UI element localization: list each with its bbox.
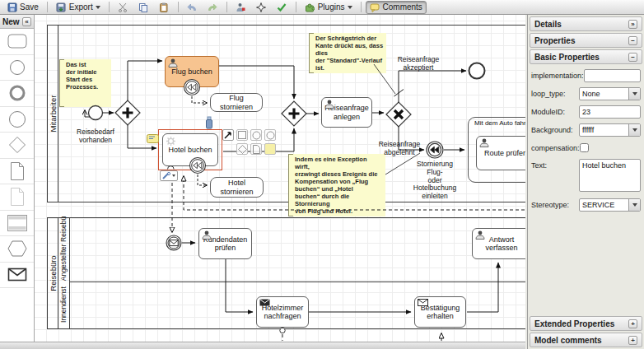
- person-edit-button[interactable]: [231, 1, 250, 14]
- undo-button[interactable]: [183, 1, 202, 14]
- palette-item-end-event[interactable]: [0, 81, 34, 107]
- panel-collapse-button[interactable]: »: [628, 20, 637, 29]
- task-kundendaten-pruefen[interactable]: Kundendaten prüfen: [198, 228, 252, 259]
- expand-icon[interactable]: +: [628, 319, 637, 328]
- task-flug-buchen[interactable]: Flug buchen: [165, 56, 219, 87]
- separator: [296, 2, 296, 12]
- field-label: implementation:: [531, 69, 584, 80]
- palette-item-data-object[interactable]: [0, 159, 34, 185]
- palette-item-intermediate-event[interactable]: [0, 107, 34, 133]
- collapse-icon[interactable]: −: [628, 36, 637, 45]
- loop-type-select[interactable]: None: [579, 87, 641, 100]
- palette-item-message[interactable]: [0, 263, 34, 289]
- comments-label: Comments: [383, 2, 422, 12]
- palette-item-task[interactable]: [0, 29, 34, 55]
- pool-reisebuero-label: Reisebüro: [49, 255, 58, 291]
- chevron-down-icon: [628, 199, 640, 211]
- palette-item-pool[interactable]: [0, 211, 34, 237]
- field-label: Stereotype:: [531, 198, 579, 209]
- note-start[interactable]: Das ist der initiale Start des Prozesses…: [59, 59, 111, 107]
- task-label: Hotel stornieren: [212, 179, 261, 196]
- section-basic-properties[interactable]: Basic Properties −: [530, 49, 642, 64]
- task-hotel-stornieren[interactable]: Hotel stornieren: [210, 177, 264, 198]
- task-hotelzimmer-nachfragen[interactable]: Hotelzimmer nachfragen: [256, 296, 309, 328]
- copy-button[interactable]: [134, 1, 153, 14]
- morph-note-icon[interactable]: [264, 143, 276, 155]
- diagram-canvas[interactable]: Mitarbeiter Reisebüro Angestellter Reise…: [35, 15, 525, 342]
- lane-divider: [70, 282, 525, 282]
- task-bestaetigung-erhalten[interactable]: Bestätigung erhalten: [414, 296, 466, 328]
- palette-item-hexagon[interactable]: [0, 236, 34, 263]
- stereotype-select[interactable]: SERVICE: [579, 198, 641, 212]
- morph-event-icon[interactable]: [250, 129, 262, 141]
- lane-innendienst-label: Innendienst: [59, 286, 68, 323]
- export-button[interactable]: Export: [52, 1, 105, 14]
- task-flug-stornieren[interactable]: Flug stornieren: [210, 93, 263, 112]
- implementation-input[interactable]: [584, 69, 641, 82]
- details-header: Details »: [530, 16, 642, 31]
- note-default-flow[interactable]: Der Schrägstrich der Kante drückt aus, d…: [309, 33, 386, 73]
- person-icon: [168, 58, 178, 69]
- chevron-down-icon: [628, 124, 640, 136]
- morph-task-icon[interactable]: [236, 129, 248, 141]
- task-reiseanfrage-anlegen[interactable]: Reiseanfrage anlegen: [321, 97, 372, 128]
- canvas-area[interactable]: Mitarbeiter Reisebüro Angestellter Reise…: [35, 15, 525, 342]
- section-model-comments[interactable]: Model comments +: [530, 333, 642, 347]
- morph-gateway-icon[interactable]: [236, 143, 248, 155]
- save-icon: [7, 2, 17, 12]
- details-panel: Details » Properties − Basic Properties …: [527, 15, 644, 349]
- palette-item-data-object-light[interactable]: [0, 184, 34, 211]
- palette-item-start-event[interactable]: [0, 55, 34, 81]
- export-label: Export: [69, 2, 93, 12]
- field-label: Background:: [531, 123, 579, 134]
- redo-button[interactable]: [203, 1, 222, 14]
- bpmn-editor: Save Export Plugins Comments: [0, 0, 644, 349]
- task-route-pruefen[interactable]: Route prüfen: [476, 136, 525, 170]
- comment-indicator-icon[interactable]: [147, 133, 159, 146]
- validate-button[interactable]: [273, 1, 292, 14]
- palette-header: New «: [0, 15, 34, 29]
- section-extended-properties[interactable]: Extended Properties +: [530, 316, 642, 331]
- plugins-button[interactable]: Plugins: [301, 1, 357, 14]
- separator: [361, 2, 362, 12]
- redo-icon: [208, 2, 218, 12]
- morph-end-event-icon[interactable]: [264, 129, 276, 141]
- cut-button[interactable]: [114, 1, 133, 14]
- background-select[interactable]: ffffff: [579, 123, 641, 137]
- comments-toggle-button[interactable]: Comments: [366, 1, 427, 14]
- person-edit-icon: [236, 2, 246, 12]
- comment-icon: [370, 2, 380, 12]
- horizontal-scrollbar[interactable]: [0, 342, 525, 349]
- module-id-input[interactable]: [579, 105, 641, 119]
- save-button[interactable]: Save: [2, 1, 43, 14]
- stereotype-value: SERVICE: [580, 201, 614, 209]
- crosshair-icon: [256, 2, 267, 12]
- field-label: compensation:: [531, 142, 580, 152]
- paste-button[interactable]: [155, 1, 174, 14]
- task-hotel-buchen[interactable]: Hotel buchen: [162, 133, 218, 166]
- label-abgelehnt: Reiseanfrage abgelehnt: [374, 141, 425, 157]
- section-properties[interactable]: Properties −: [530, 33, 642, 48]
- text-textarea[interactable]: Hotel buchen: [579, 159, 641, 192]
- note-compensation[interactable]: Indem es eine Exception wirft, erzwingt …: [288, 154, 385, 216]
- compensation-checkbox[interactable]: [580, 143, 589, 152]
- chevron-down-icon: [628, 88, 640, 100]
- connector-arrow-icon[interactable]: [222, 129, 234, 141]
- crosshair-button[interactable]: [252, 1, 271, 14]
- morph-data-object-icon[interactable]: [250, 143, 262, 155]
- task-label: Flug stornieren: [212, 94, 260, 111]
- wrench-dropdown-icon[interactable]: [160, 170, 178, 181]
- expand-icon[interactable]: +: [628, 336, 637, 345]
- palette-item-gateway[interactable]: [0, 133, 34, 159]
- section-label: Model comments: [534, 336, 602, 345]
- task-antwort-verfassen[interactable]: Antwort verfassen: [472, 228, 525, 259]
- separator: [109, 2, 110, 12]
- clipboard-icon[interactable]: [204, 116, 214, 131]
- chevron-down-icon: [96, 6, 100, 12]
- palette-collapse-button[interactable]: «: [22, 17, 31, 26]
- person-icon: [202, 230, 212, 241]
- toolbar: Save Export Plugins Comments: [0, 0, 644, 15]
- person-icon: [479, 138, 489, 149]
- collapse-icon[interactable]: −: [628, 53, 637, 62]
- background-value: ffffff: [580, 126, 594, 134]
